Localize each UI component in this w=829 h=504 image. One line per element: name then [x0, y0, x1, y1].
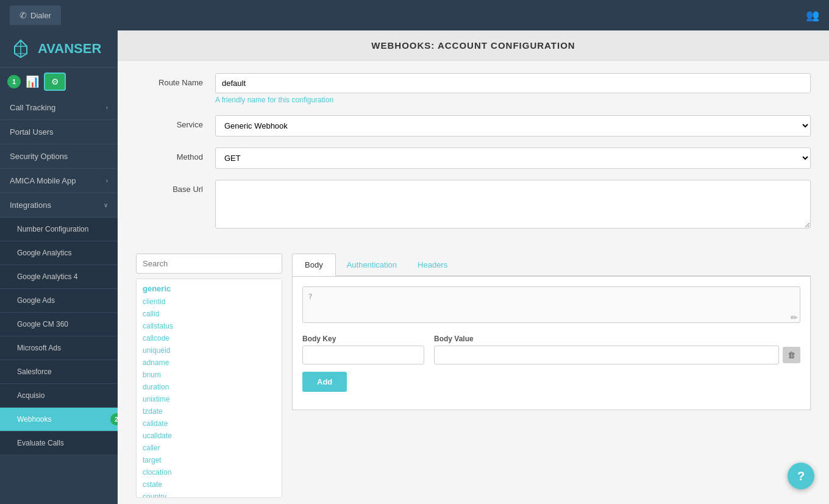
body-key-col: Body Key — [302, 335, 424, 364]
user-icon[interactable]: 👥 — [806, 9, 819, 22]
tab-authentication[interactable]: Authentication — [337, 254, 407, 275]
search-item-callid[interactable]: callid — [137, 308, 282, 320]
gear-button[interactable]: ⚙ — [44, 73, 66, 91]
content-area: WEBHOOKS: ACCOUNT CONFIGURATION Route Na… — [118, 30, 829, 504]
method-select[interactable]: GETPOSTPUTDELETEPATCH — [215, 147, 811, 169]
sidebar-item-security-options[interactable]: Security Options — [0, 144, 118, 169]
method-field: GETPOSTPUTDELETEPATCH — [215, 147, 811, 169]
method-row: Method GETPOSTPUTDELETEPATCH — [136, 147, 811, 169]
sidebar-item-label-google-cm-360: Google CM 360 — [17, 320, 68, 328]
body-editor: ✏ — [302, 286, 800, 325]
sidebar-item-acquisio[interactable]: Acquisio — [0, 384, 118, 408]
form-area: Route Name A friendly name for this conf… — [118, 61, 829, 254]
tab-body[interactable]: Body — [292, 254, 336, 276]
body-value-col: Body Value 🗑 — [434, 335, 800, 364]
search-item-callcode[interactable]: callcode — [137, 332, 282, 344]
sidebar-item-label-webhooks: Webhooks — [17, 415, 51, 424]
sidebar-item-label-security-options: Security Options — [10, 152, 68, 161]
sidebar-header: AVANSER — [0, 30, 118, 68]
top-nav: ✆ Dialer 👥 — [0, 0, 829, 30]
base-url-label: Base Url — [136, 180, 215, 194]
edit-icon-button[interactable]: ✏ — [791, 313, 798, 322]
search-item-duration[interactable]: duration — [137, 381, 282, 393]
body-value-wrap: 🗑 — [434, 346, 800, 364]
sidebar-item-label-number-configuration: Number Configuration — [17, 225, 88, 233]
sidebar-item-webhooks[interactable]: Webhooks2 — [0, 408, 118, 431]
tab-content-body: ✏ Body Key Body Value 🗑 — [292, 276, 811, 410]
tabs-header: Body Authentication Headers — [292, 254, 811, 276]
sidebar-item-microsoft-ads[interactable]: Microsoft Ads — [0, 336, 118, 360]
search-input-wrap — [136, 254, 282, 274]
help-fab[interactable]: ? — [788, 463, 814, 489]
route-name-input[interactable] — [215, 73, 811, 93]
body-key-value-row: Body Key Body Value 🗑 — [302, 335, 800, 364]
sidebar-item-google-cm-360[interactable]: Google CM 360 — [0, 313, 118, 336]
search-item-calldate[interactable]: calldate — [137, 417, 282, 430]
sidebar: AVANSER 1 📊 ⚙ Call Tracking›Portal Users… — [0, 30, 118, 504]
base-url-input[interactable] — [215, 180, 811, 229]
search-item-clocation[interactable]: clocation — [137, 466, 282, 478]
search-items: clientidcallidcallstatuscallcodeuniqueid… — [137, 296, 282, 498]
bar-chart-icon[interactable]: 📊 — [26, 75, 39, 88]
search-item-cstate[interactable]: cstate — [137, 478, 282, 491]
sidebar-item-integrations[interactable]: Integrations∨ — [0, 193, 118, 218]
service-row: Service Generic WebhookCustom WebhookRES… — [136, 115, 811, 137]
sidebar-nav: Call Tracking›Portal UsersSecurity Optio… — [0, 96, 118, 455]
sidebar-item-google-analytics-4[interactable]: Google Analytics 4 — [0, 265, 118, 289]
body-value-input[interactable] — [434, 346, 779, 364]
base-url-row: Base Url — [136, 180, 811, 230]
body-key-input[interactable] — [302, 346, 424, 364]
sidebar-item-call-tracking[interactable]: Call Tracking› — [0, 96, 118, 120]
route-name-field: A friendly name for this configuration — [215, 73, 811, 104]
trash-button[interactable]: 🗑 — [783, 347, 800, 363]
search-item-country[interactable]: country — [137, 491, 282, 498]
sidebar-item-label-call-tracking: Call Tracking — [10, 103, 55, 112]
search-item-tzdate[interactable]: tzdate — [137, 405, 282, 417]
body-textarea[interactable] — [302, 286, 800, 323]
sidebar-item-label-salesforce: Salesforce — [17, 367, 52, 376]
logo-text: AVANSER — [38, 41, 101, 57]
search-item-unixtime[interactable]: unixtime — [137, 393, 282, 405]
sidebar-item-label-portal-users: Portal Users — [10, 127, 54, 137]
search-item-clientid[interactable]: clientid — [137, 296, 282, 308]
service-select[interactable]: Generic WebhookCustom WebhookREST — [215, 115, 811, 137]
avanser-logo-icon — [10, 38, 32, 60]
body-key-label: Body Key — [302, 335, 424, 343]
search-item-ucalldate[interactable]: ucalldate — [137, 430, 282, 442]
search-input[interactable] — [136, 254, 282, 274]
search-list: generic clientidcallidcallstatuscallcode… — [136, 279, 282, 498]
sidebar-item-label-microsoft-ads: Microsoft Ads — [17, 344, 61, 352]
sidebar-item-amica-mobile-app[interactable]: AMICA Mobile App› — [0, 169, 118, 193]
tabs-panel: Body Authentication Headers ✏ Body Key — [292, 254, 811, 498]
search-group-generic: generic — [137, 279, 282, 296]
phone-icon: ✆ — [20, 10, 27, 20]
method-label: Method — [136, 147, 215, 161]
sidebar-item-label-google-ads: Google Ads — [17, 296, 55, 305]
search-item-bnum[interactable]: bnum — [137, 369, 282, 381]
sidebar-item-portal-users[interactable]: Portal Users — [0, 120, 118, 144]
sidebar-item-number-configuration[interactable]: Number Configuration — [0, 218, 118, 241]
search-item-callstatus[interactable]: callstatus — [137, 320, 282, 332]
chevron-icon-call-tracking: › — [106, 104, 108, 111]
sidebar-item-salesforce[interactable]: Salesforce — [0, 360, 118, 384]
sidebar-item-google-analytics[interactable]: Google Analytics — [0, 241, 118, 265]
badge-1: 1 — [7, 75, 21, 88]
search-panel: generic clientidcallidcallstatuscallcode… — [136, 254, 282, 498]
add-button[interactable]: Add — [302, 372, 347, 392]
sidebar-item-label-amica-mobile-app: AMICA Mobile App — [10, 176, 76, 185]
search-item-adname[interactable]: adname — [137, 357, 282, 369]
chevron-icon-integrations: ∨ — [104, 202, 108, 208]
sidebar-user-actions: 1 📊 ⚙ — [0, 68, 118, 96]
search-item-caller[interactable]: caller — [137, 442, 282, 454]
route-name-row: Route Name A friendly name for this conf… — [136, 73, 811, 104]
sidebar-item-evaluate-calls[interactable]: Evaluate Calls — [0, 431, 118, 455]
tab-headers[interactable]: Headers — [408, 254, 457, 275]
search-item-target[interactable]: target — [137, 454, 282, 466]
sidebar-item-label-integrations: Integrations — [10, 201, 51, 210]
sidebar-item-label-acquisio: Acquisio — [17, 391, 44, 400]
route-name-hint: A friendly name for this configuration — [215, 96, 811, 104]
dialer-tab-label: Dialer — [30, 11, 51, 20]
search-item-uniqueid[interactable]: uniqueid — [137, 344, 282, 357]
sidebar-item-google-ads[interactable]: Google Ads — [0, 289, 118, 313]
dialer-tab[interactable]: ✆ Dialer — [10, 5, 61, 25]
